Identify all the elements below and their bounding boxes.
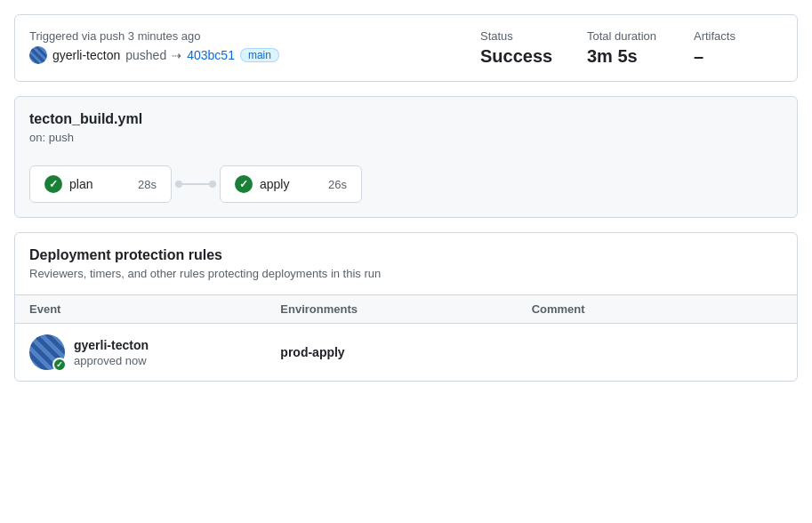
table-header: Event Environments Comment — [15, 295, 797, 324]
trigger-section: Triggered via push 3 minutes ago gyerli-… — [29, 29, 480, 64]
column-environments: Environments — [280, 302, 531, 316]
plan-job-name: plan — [69, 177, 92, 191]
connector-line-segment — [182, 183, 209, 185]
status-value: Success — [480, 46, 587, 67]
apply-job-duration: 26s — [328, 178, 347, 191]
pipeline-card: tecton_build.yml on: push plan 28s — [14, 96, 798, 218]
job-plan-left: plan — [44, 175, 92, 193]
duration-value: 3m 5s — [587, 46, 694, 67]
pipeline-trigger: on: push — [29, 131, 783, 144]
user-avatar-large — [29, 334, 65, 370]
trigger-text: Triggered via push 3 minutes ago — [29, 29, 480, 43]
duration-section: Total duration 3m 5s — [587, 29, 694, 67]
protection-title: Deployment protection rules — [29, 247, 783, 263]
branch-badge[interactable]: main — [240, 48, 279, 62]
status-card: Triggered via push 3 minutes ago gyerli-… — [14, 14, 798, 82]
pipeline-title: tecton_build.yml — [29, 111, 783, 127]
duration-label: Total duration — [587, 29, 694, 43]
pipeline-jobs: plan 28s apply 26s — [29, 165, 783, 203]
job-plan[interactable]: plan 28s — [29, 165, 172, 203]
apply-job-name: apply — [260, 177, 289, 191]
plan-success-icon — [44, 175, 62, 193]
approved-badge — [52, 358, 67, 372]
job-connector — [172, 181, 220, 188]
plan-job-duration: 28s — [138, 178, 157, 191]
row-username[interactable]: gyerli-tecton — [74, 338, 149, 352]
connector-dot-right — [209, 181, 216, 188]
user-avatar-small — [29, 46, 47, 64]
user-cell: gyerli-tecton approved now — [29, 334, 280, 370]
apply-success-icon — [235, 175, 253, 193]
connector-dot-left — [175, 181, 182, 188]
connector-line — [175, 181, 216, 188]
table-row: gyerli-tecton approved now prod-apply — [15, 324, 797, 381]
job-apply[interactable]: apply 26s — [220, 165, 362, 203]
environment-value: prod-apply — [280, 345, 531, 359]
trigger-action: pushed — [125, 48, 166, 62]
artifacts-section: Artifacts – — [694, 29, 783, 67]
status-label: Status — [480, 29, 587, 43]
column-event: Event — [29, 302, 280, 316]
protection-description: Reviewers, timers, and other rules prote… — [29, 267, 783, 280]
trigger-user-row: gyerli-tecton pushed ⇢ 403bc51 main — [29, 46, 480, 64]
deployment-protection-card: Deployment protection rules Reviewers, t… — [14, 232, 798, 382]
commit-hash[interactable]: 403bc51 — [187, 48, 235, 62]
row-user-action: approved now — [74, 354, 149, 367]
artifacts-label: Artifacts — [694, 29, 783, 43]
job-apply-left: apply — [235, 175, 289, 193]
protection-header: Deployment protection rules Reviewers, t… — [15, 233, 797, 295]
status-section: Status Success — [480, 29, 587, 67]
trigger-username[interactable]: gyerli-tecton — [52, 48, 120, 62]
artifacts-value: – — [694, 46, 783, 67]
column-comment: Comment — [532, 302, 783, 316]
user-info: gyerli-tecton approved now — [74, 338, 149, 367]
git-merge-icon: ⇢ — [172, 49, 181, 62]
